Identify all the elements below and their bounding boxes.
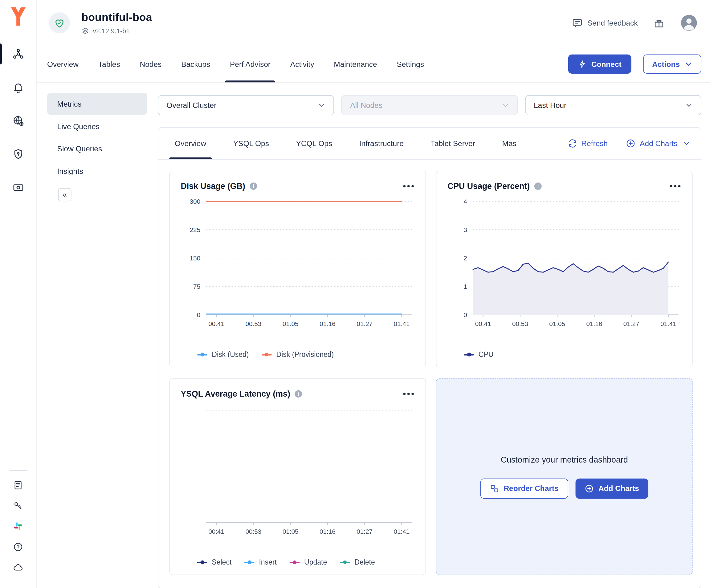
tab-settings[interactable]: Settings <box>392 46 429 82</box>
reorder-charts-button[interactable]: Reorder Charts <box>480 478 568 498</box>
layers-icon <box>81 27 89 35</box>
api-key-button[interactable] <box>12 499 24 512</box>
info-icon[interactable]: i <box>250 183 257 190</box>
time-range-value: Last Hour <box>534 101 566 110</box>
whats-new-button[interactable] <box>653 17 665 29</box>
connect-label: Connect <box>591 60 621 68</box>
metrics-tab-overview[interactable]: Overview <box>169 127 212 159</box>
chart-menu-button[interactable] <box>402 392 415 396</box>
bolt-icon <box>578 60 587 68</box>
metrics-panel: Overall Cluster All Nodes Last Hour <box>147 83 710 588</box>
svg-text:01:27: 01:27 <box>623 320 639 327</box>
help-icon <box>13 541 23 552</box>
legend-label: Disk (Used) <box>212 350 249 359</box>
legend-item[interactable]: Update <box>290 558 327 566</box>
legend-item[interactable]: Select <box>197 558 232 566</box>
metrics-tab-master-server-truncated[interactable]: Mas <box>497 127 522 159</box>
tab-overview[interactable]: Overview <box>43 46 83 82</box>
legend-marker <box>197 354 207 355</box>
tab-nodes[interactable]: Nodes <box>135 46 166 82</box>
svg-text:75: 75 <box>193 283 200 290</box>
svg-text:01:05: 01:05 <box>549 320 565 327</box>
sidebar-item-metrics[interactable]: Metrics <box>47 93 147 115</box>
rail-item-billing[interactable] <box>7 177 29 198</box>
svg-text:01:05: 01:05 <box>283 320 299 327</box>
metrics-board: Overview YSQL Ops YCQL Ops Infrastructur… <box>158 127 701 588</box>
active-indicator <box>0 44 2 64</box>
chart-title: CPU Usage (Percent) <box>447 182 530 191</box>
cluster-scope-value: Overall Cluster <box>166 101 216 110</box>
metrics-tab-tablet-server[interactable]: Tablet Server <box>425 127 481 159</box>
docs-button[interactable] <box>12 479 24 491</box>
rail-item-network[interactable] <box>7 110 29 132</box>
add-charts-button[interactable]: Add Charts <box>576 478 648 498</box>
legend-label: Insert <box>259 558 277 566</box>
legend-label: CPU <box>478 350 494 359</box>
svg-text:01:27: 01:27 <box>357 528 373 535</box>
reorder-icon <box>490 484 499 493</box>
svg-text:300: 300 <box>190 198 200 205</box>
billing-icon <box>12 182 24 193</box>
legend-item[interactable]: CPU <box>464 350 493 359</box>
legend-item[interactable]: Delete <box>340 558 375 566</box>
metrics-tab-ysql-ops[interactable]: YSQL Ops <box>228 127 275 159</box>
add-charts-label: Add Charts <box>598 484 639 493</box>
refresh-icon <box>568 139 577 148</box>
legend-item[interactable]: Disk (Used) <box>197 350 249 359</box>
send-feedback-button[interactable]: Send feedback <box>572 17 638 28</box>
tab-activity[interactable]: Activity <box>286 46 318 82</box>
tab-perf-advisor[interactable]: Perf Advisor <box>225 46 275 82</box>
nodes-value: All Nodes <box>350 101 382 110</box>
sidebar-item-insights[interactable]: Insights <box>47 160 147 182</box>
cluster-name: bountiful-boa <box>81 11 152 24</box>
help-button[interactable] <box>12 541 24 553</box>
plus-circle-icon <box>626 139 636 148</box>
svg-text:01:05: 01:05 <box>283 528 299 535</box>
actions-label: Actions <box>652 60 680 68</box>
cluster-header: bountiful-boa v2.12.9.1-b1 Send feedback <box>37 0 710 46</box>
add-charts-menu[interactable]: Add Charts <box>626 139 690 148</box>
legend-marker <box>464 354 474 355</box>
sidebar-item-live-queries[interactable]: Live Queries <box>47 115 147 137</box>
refresh-button[interactable]: Refresh <box>568 139 608 148</box>
legend-item[interactable]: Insert <box>244 558 277 566</box>
tab-tables[interactable]: Tables <box>94 46 125 82</box>
ellipsis-icon <box>402 392 415 396</box>
chart-legend: CPU <box>447 350 681 359</box>
legend-item[interactable]: Disk (Provisioned) <box>262 350 334 359</box>
user-avatar[interactable] <box>680 14 698 31</box>
metrics-tab-ycql-ops[interactable]: YCQL Ops <box>291 127 338 159</box>
rail-item-alerts[interactable] <box>7 76 29 98</box>
chat-icon <box>572 17 583 28</box>
metrics-tab-infrastructure[interactable]: Infrastructure <box>354 127 409 159</box>
slack-button[interactable] <box>12 520 24 532</box>
chart-title: Disk Usage (GB) <box>181 182 245 191</box>
time-range-select[interactable]: Last Hour <box>525 95 701 115</box>
cluster-scope-select[interactable]: Overall Cluster <box>158 95 334 115</box>
sidebar-item-slow-queries[interactable]: Slow Queries <box>47 138 147 160</box>
chart-card-disk-usage: Disk Usage (GB) i 30022515075000:4100:53… <box>169 171 426 367</box>
svg-text:01:27: 01:27 <box>357 320 373 327</box>
cloud-status-button[interactable] <box>12 562 24 573</box>
rail-item-clusters[interactable] <box>7 43 29 65</box>
tab-maintenance[interactable]: Maintenance <box>329 46 381 82</box>
ysql-latency-chart: 00:4100:5301:0501:1601:2701:41 <box>181 405 415 540</box>
svg-text:150: 150 <box>190 255 200 262</box>
chart-menu-button[interactable] <box>402 184 415 188</box>
actions-button[interactable]: Actions <box>643 54 701 74</box>
info-icon[interactable]: i <box>295 390 302 398</box>
ellipsis-icon <box>669 184 681 188</box>
legend-marker <box>197 562 207 563</box>
svg-text:00:53: 00:53 <box>245 320 261 327</box>
info-icon[interactable]: i <box>534 183 542 190</box>
collapse-sidebar-button[interactable]: « <box>58 188 71 201</box>
rail-item-security[interactable] <box>7 143 29 165</box>
connect-button[interactable]: Connect <box>569 54 632 74</box>
tab-backups[interactable]: Backups <box>176 46 215 82</box>
svg-text:00:41: 00:41 <box>208 528 224 535</box>
app-rail <box>0 0 37 588</box>
svg-text:2: 2 <box>464 255 467 262</box>
metrics-board-tabs: Overview YSQL Ops YCQL Ops Infrastructur… <box>158 127 701 160</box>
slack-icon <box>13 521 23 531</box>
chart-menu-button[interactable] <box>669 184 681 188</box>
